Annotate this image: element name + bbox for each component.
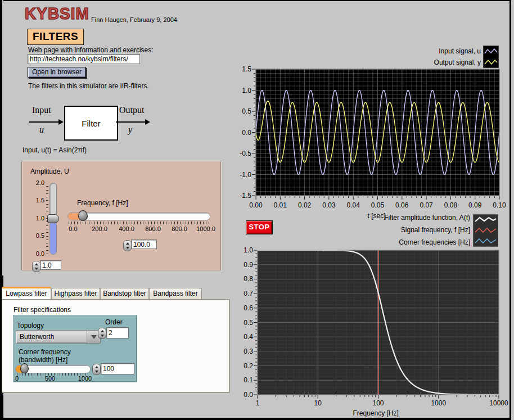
- corner-frequency-spinner[interactable]: [92, 364, 101, 375]
- topology-dropdown[interactable]: Butterworth: [16, 330, 101, 344]
- kybsim-front-panel: KYBSIM Finn Haugen, February 9, 2004 FIL…: [0, 0, 514, 420]
- frequency-scale-400: 400.0: [118, 225, 135, 232]
- axis-tick-label: 0.04: [345, 201, 361, 209]
- legend-corner-frequencies: Corner frequencies [Hz]: [352, 238, 470, 246]
- axis-tick-label: 100: [367, 399, 390, 407]
- axis-tick-label: 0.6: [236, 304, 253, 312]
- amplitude-value-field[interactable]: [40, 260, 61, 270]
- amplitude-slider-handle[interactable]: [47, 214, 59, 223]
- axis-tick-label: 0.5: [232, 107, 251, 115]
- axis-tick-label: 0.5: [236, 319, 253, 327]
- corner-frequency-label-line1: Corner frequency: [19, 348, 71, 356]
- frequency-slider-track[interactable]: [67, 213, 210, 220]
- lowpass-tab-page: Filter specifications Topology Butterwor…: [2, 299, 229, 392]
- filter-specifications-label: Filter specifications: [13, 306, 71, 314]
- axis-tick-label: 0.07: [418, 201, 434, 209]
- url-input[interactable]: [28, 54, 140, 64]
- corner-scale-500: 500: [43, 375, 57, 382]
- amplitude-scale-1: 1.0: [30, 215, 44, 222]
- byline: Finn Haugen, February 9, 2004: [91, 16, 177, 23]
- legend-output-signal: Output signal, y: [394, 58, 481, 66]
- order-label: Order: [105, 318, 123, 326]
- axis-tick-label: 0.03: [321, 201, 337, 209]
- frequency-scale-600: 600.0: [145, 225, 161, 232]
- axis-tick-label: 0.09: [467, 201, 483, 209]
- iir-note: The filters in this simulator are IIR-fi…: [28, 82, 149, 90]
- axis-tick-label: 0.0: [236, 391, 253, 399]
- axis-tick-label: 1.0: [236, 246, 253, 254]
- axis-tick-label: 0.05: [370, 201, 386, 209]
- window-frame-right: [510, 0, 511, 420]
- page-title: FILTERS: [27, 29, 84, 45]
- tab-lowpass-filter[interactable]: Lowpass filter: [2, 287, 51, 299]
- axis-tick-label: 0.06: [394, 201, 410, 209]
- axis-tick-label: 0.9: [236, 261, 253, 269]
- frequency-scale-200: 200.0: [91, 225, 108, 232]
- axis-tick-label: 1: [246, 399, 269, 407]
- amplitude-scale-1-5: 1.5: [30, 197, 44, 204]
- corner-frequency-value-field[interactable]: [101, 363, 134, 374]
- axis-tick-label: -1.5: [232, 192, 251, 200]
- diagram-input-arrowhead-icon: [58, 119, 64, 125]
- axis-tick-label: 0.02: [297, 201, 313, 209]
- tab-bandstop-filter[interactable]: Bandstop filter: [100, 288, 149, 299]
- open-in-browser-button[interactable]: Open in browser: [28, 67, 86, 78]
- topology-value: Butterworth: [16, 333, 54, 341]
- axis-tick-label: 0.4: [236, 333, 253, 341]
- axis-tick-label: 10000: [488, 399, 510, 407]
- legend-input-signal: Input signal, u: [394, 47, 481, 55]
- axis-tick-label: -1.0: [232, 171, 251, 179]
- diagram-output-arrow-line: [116, 121, 145, 123]
- frequency-scale-1000: 1000.0: [195, 225, 217, 232]
- axis-tick-label: t [sec]: [368, 212, 386, 220]
- kybsim-logo: KYBSIM: [25, 4, 89, 24]
- axis-tick-label: 0.0: [232, 129, 251, 137]
- frequency-response-chart: [258, 250, 499, 395]
- corner-scale-0: 0: [15, 375, 19, 382]
- time-chart-legend-swatches[interactable]: [483, 46, 499, 68]
- order-spinner[interactable]: [98, 328, 106, 339]
- corner-scale-1000: 1000: [76, 375, 93, 382]
- corner-frequency-label-line2: (bandwidth) [Hz]: [19, 356, 67, 364]
- amplitude-spinner[interactable]: [32, 261, 40, 272]
- order-value-field[interactable]: [106, 327, 129, 338]
- frequency-spinner[interactable]: [123, 240, 132, 251]
- diagram-output-label: Output: [119, 105, 144, 115]
- diagram-filter-box: Filter: [64, 106, 118, 141]
- input-signal-panel: Amplitude, U 2.0 1.5 1.0 0.5 0.0 Frequen…: [21, 161, 222, 271]
- axis-tick-label: 1.0: [232, 87, 251, 94]
- amplitude-scale-2: 2.0: [30, 179, 44, 186]
- diagram-input-label: Input: [32, 105, 51, 115]
- webpage-label: Web page with information and exercises:: [28, 46, 154, 54]
- axis-tick-label: 0.3: [236, 347, 253, 355]
- amplitude-label: Amplitude, U: [30, 168, 69, 175]
- frequency-slider-handle[interactable]: [78, 210, 88, 221]
- axis-tick-label: 0.08: [443, 201, 458, 209]
- frequency-value-field[interactable]: [131, 240, 157, 249]
- frequency-scale-800: 800.0: [171, 225, 188, 232]
- diagram-input-arrow-line: [29, 121, 58, 123]
- diagram-input-symbol: u: [39, 125, 44, 135]
- input-equation: Input, u(t) = Asin(2πf): [22, 146, 87, 154]
- window-frame-bottom: [0, 418, 511, 420]
- amplitude-scale-0: 0.0: [30, 250, 44, 257]
- tab-highpass-filter[interactable]: Highpass filter: [51, 288, 100, 299]
- frequency-slider-ticks: [69, 222, 210, 224]
- axis-tick-label: 0.8: [236, 275, 253, 283]
- axis-tick-label: 0.10: [492, 201, 507, 209]
- stop-button[interactable]: STOP: [246, 220, 273, 234]
- axis-tick-label: 0.7: [236, 290, 253, 297]
- axis-tick-label: 0.00: [248, 201, 264, 209]
- tab-bandpass-filter[interactable]: Bandpass filter: [149, 288, 202, 299]
- axis-tick-label: 0.2: [236, 362, 253, 370]
- diagram-filter-label: Filter: [82, 119, 100, 128]
- time-waveform-chart: [256, 69, 499, 196]
- legend-signal-frequency: Signal frequency, f [Hz]: [352, 226, 470, 234]
- axis-tick-label: 1.5: [232, 65, 251, 73]
- filter-spec-panel: Topology Butterworth Order Corner freque…: [13, 315, 137, 382]
- corner-frequency-slider-handle[interactable]: [20, 363, 29, 373]
- axis-tick-label: -0.5: [232, 150, 251, 157]
- frequency-chart-legend-swatches[interactable]: [473, 214, 498, 247]
- axis-tick-label: 0.1: [236, 376, 253, 384]
- topology-label: Topology: [17, 322, 44, 329]
